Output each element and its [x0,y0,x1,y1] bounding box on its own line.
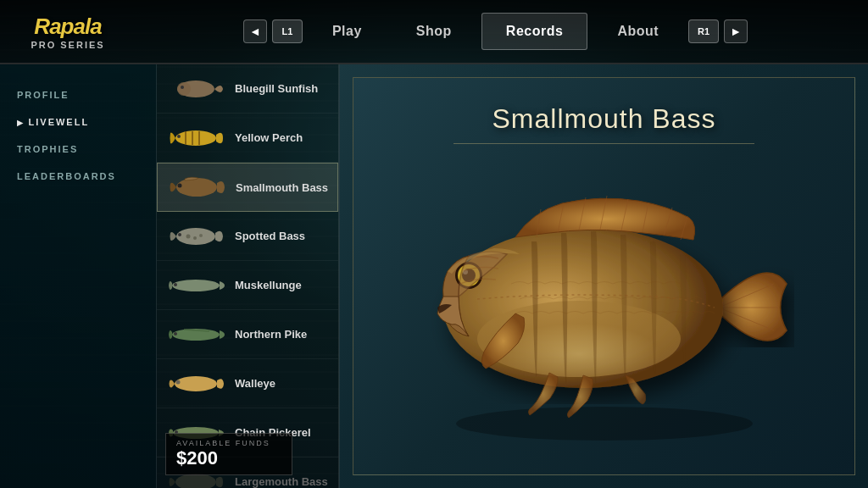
svg-point-20 [175,376,217,391]
svg-point-19 [174,332,177,336]
nav-right-bumper[interactable]: R1 [688,19,719,43]
nav-left-bumper[interactable]: L1 [272,19,303,43]
fish-name: Bluegill Sunfish [235,82,318,95]
sidebar-item-leaderboards[interactable]: Leaderboards [0,163,156,190]
svg-point-14 [178,233,181,236]
svg-point-11 [186,234,191,238]
tab-play[interactable]: Play [308,13,387,50]
top-nav: Rapala Pro Series ◄ L1 Play Shop Records… [0,0,868,64]
fish-thumbnail [165,367,226,401]
fish-name: Walleye [235,377,275,390]
fish-name: Spotted Bass [235,230,305,242]
svg-point-12 [193,236,197,240]
fish-thumbnail [165,72,226,106]
fish-name: Yellow Perch [235,131,303,144]
sidebar-item-livewell[interactable]: Livewell [0,108,156,136]
svg-point-1 [177,82,191,96]
fish-thumbnail [165,121,226,155]
svg-point-3 [175,130,216,146]
list-item[interactable]: Smallmouth Bass [157,163,338,212]
svg-point-24 [175,474,216,489]
svg-point-9 [178,184,182,188]
tab-records[interactable]: Records [481,13,588,50]
sidebar-item-profile[interactable]: Profile [0,81,156,108]
svg-point-2 [181,86,184,89]
fish-thumbnail [166,170,227,204]
svg-point-21 [176,380,181,384]
fish-thumbnail [165,219,226,253]
list-item[interactable]: Muskellunge [157,261,338,310]
list-item[interactable]: Northern Pike [157,310,338,359]
tab-about[interactable]: About [593,13,683,50]
logo: Rapala Pro Series [13,6,123,57]
svg-point-13 [199,234,203,237]
fish-name: Northern Pike [235,328,307,341]
svg-point-7 [177,135,181,138]
svg-point-10 [176,228,215,245]
list-item[interactable]: Spotted Bass [157,212,338,261]
tab-shop[interactable]: Shop [392,13,476,50]
fish-name: Muskellunge [235,279,302,291]
funds-box: Available Funds $200 [165,433,292,475]
svg-point-16 [174,283,177,286]
logo-rapala: Rapala [34,14,101,40]
fish-name: Largemouth Bass [235,475,328,488]
nav-right-arrow[interactable]: ► [724,19,748,43]
funds-amount: $200 [176,447,281,469]
logo-proseries: Pro Series [31,40,104,50]
fish-thumbnail [165,269,226,302]
fish-name: Smallmouth Bass [236,181,328,194]
fish-image [384,174,825,445]
funds-label: Available Funds [176,439,281,447]
svg-point-15 [172,280,220,291]
sidebar-item-trophies[interactable]: Trophies [0,136,156,163]
selected-fish-name: Smallmouth Bass [492,103,716,135]
sidebar: Profile Livewell Trophies Leaderboards [0,64,157,488]
nav-left-arrow[interactable]: ◄ [243,19,267,43]
main-display: Smallmouth Bass [339,64,868,488]
fish-thumbnail [165,318,226,352]
fish-display-area [353,144,854,474]
svg-point-25 [456,407,753,441]
fish-list: Bluegill Sunfish Yellow Perch [157,64,339,488]
fish-detail-panel: Smallmouth Bass [353,77,855,475]
list-item[interactable]: Yellow Perch [157,114,338,163]
list-item[interactable]: Bluegill Sunfish [157,64,338,114]
nav-center: ◄ L1 Play Shop Records About R1 ► [123,13,868,50]
list-item[interactable]: Walleye [157,359,338,408]
svg-point-8 [176,178,217,197]
